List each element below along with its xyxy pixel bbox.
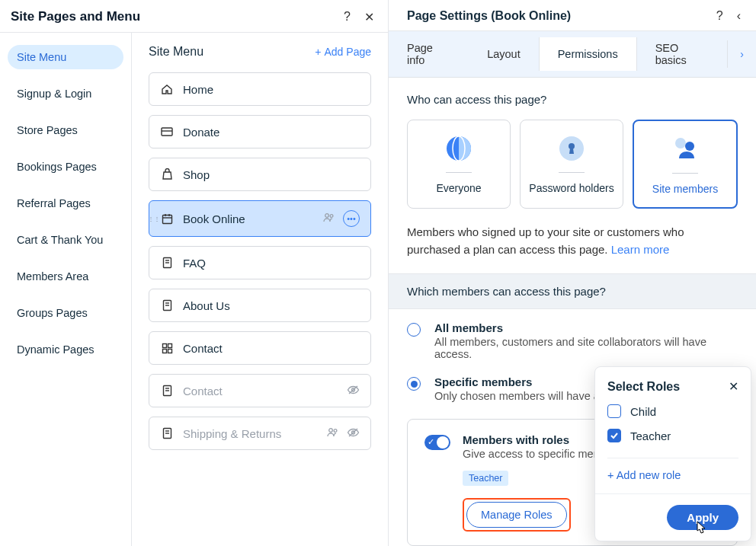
card-label: Site members (652, 183, 718, 195)
svg-point-33 (569, 143, 575, 149)
sidebar-item-dynamic-pages[interactable]: Dynamic Pages (8, 337, 123, 362)
page-item-about-us[interactable]: ⋮⋮About Us (149, 289, 371, 322)
site-pages-panel: Site Pages and Menu ? ✕ Site MenuSignup … (0, 0, 389, 546)
help-icon[interactable]: ? (344, 10, 351, 24)
members-description: Members who signed up to your site or cu… (407, 224, 738, 258)
which-members-label: Which members can access this page? (389, 273, 756, 309)
add-page-button[interactable]: + Add Page (315, 46, 371, 58)
hidden-icon (347, 427, 360, 440)
sidebar-item-signup-login[interactable]: Signup & Login (8, 81, 123, 106)
select-roles-popover: Select Roles ✕ ChildTeacher + Add new ro… (594, 366, 751, 541)
svg-rect-15 (168, 343, 171, 347)
apply-button[interactable]: Apply (667, 505, 738, 530)
svg-point-34 (675, 138, 686, 148)
checkbox-icon (607, 429, 621, 442)
sidebar-item-store-pages[interactable]: Store Pages (8, 118, 123, 142)
radio-desc: All members, customers and site collabor… (434, 336, 738, 360)
who-access-label: Who can access this page? (407, 93, 738, 106)
radio-all-members[interactable]: All members All members, customers and s… (389, 309, 756, 363)
page-actions-button[interactable]: ••• (343, 210, 360, 227)
sidebar-item-members-area[interactable]: Members Area (8, 264, 123, 289)
sidebar-item-groups-pages[interactable]: Groups Pages (8, 301, 123, 325)
access-option-cards: EveryonePassword holdersSite members (407, 120, 738, 209)
svg-rect-2 (162, 215, 171, 223)
sidebar-item-referral-pages[interactable]: Referral Pages (8, 191, 123, 216)
page-item-label: Book Online (183, 212, 245, 225)
help-icon[interactable]: ? (716, 9, 723, 23)
doc-icon (160, 384, 174, 398)
page-item-book-online[interactable]: ⋮⋮Book Online••• (149, 200, 371, 237)
settings-tabs: Page infoLayoutPermissionsSEO basics› (389, 31, 756, 78)
plus-icon: + (315, 46, 321, 58)
check-icon: ✓ (428, 437, 434, 447)
role-chip: Teacher (463, 471, 508, 486)
tab-seo-basics[interactable]: SEO basics (637, 31, 728, 77)
page-item-shop[interactable]: ⋮⋮Shop (149, 158, 371, 191)
close-icon[interactable]: ✕ (729, 379, 738, 394)
sidebar-item-cart-thank-you[interactable]: Cart & Thank You (8, 228, 123, 252)
add-new-role-button[interactable]: + Add new role (595, 458, 751, 493)
tab-page-info[interactable]: Page info (389, 31, 469, 77)
pages-column: Site Menu + Add Page ⋮⋮Home⋮⋮Donate⋮⋮Sho… (132, 33, 388, 546)
calendar-icon (160, 212, 174, 225)
svg-point-6 (325, 213, 329, 217)
svg-rect-0 (162, 128, 172, 136)
access-card-password[interactable]: Password holders (520, 120, 623, 209)
doc-icon (160, 299, 174, 312)
sidebar-item-bookings-pages[interactable]: Bookings Pages (8, 155, 123, 179)
roles-toggle[interactable]: ✓ (424, 435, 450, 450)
page-item-donate[interactable]: ⋮⋮Donate (149, 115, 371, 148)
globe-icon (442, 134, 476, 163)
home-icon (160, 82, 174, 96)
page-item-shipping-returns[interactable]: ⋮⋮Shipping & Returns (149, 417, 371, 450)
tab-layout[interactable]: Layout (469, 37, 539, 71)
svg-point-26 (329, 428, 333, 432)
radio-icon (407, 377, 421, 391)
page-item-faq[interactable]: ⋮⋮FAQ (149, 246, 371, 279)
radio-icon (407, 323, 421, 337)
radio-title: All members (434, 321, 738, 334)
page-item-label: About Us (183, 299, 230, 312)
left-panel-header: Site Pages and Menu ? ✕ (0, 0, 388, 33)
page-item-label: Donate (183, 126, 219, 139)
page-item-label: Shop (183, 168, 210, 181)
doc-icon (160, 426, 174, 440)
page-categories-sidebar: Site MenuSignup & LoginStore PagesBookin… (0, 33, 132, 546)
close-icon[interactable]: ✕ (364, 10, 374, 24)
page-settings-panel: Page Settings (Book Online) ? ‹ Page inf… (389, 0, 756, 546)
page-item-label: FAQ (183, 257, 206, 270)
role-option-child[interactable]: Child (607, 404, 738, 418)
drag-handle-icon[interactable]: ⋮⋮ (148, 216, 160, 222)
svg-point-35 (685, 142, 694, 151)
tab-permissions[interactable]: Permissions (539, 37, 637, 71)
role-label: Teacher (630, 429, 671, 442)
members-icon (668, 135, 702, 164)
divider (559, 172, 585, 173)
popover-title: Select Roles (607, 380, 680, 394)
pages-column-heading: Site Menu (149, 45, 203, 59)
tabs-more-icon[interactable]: › (727, 40, 756, 68)
learn-more-link[interactable]: Learn more (611, 243, 670, 256)
svg-rect-17 (168, 349, 171, 353)
add-page-label: Add Page (325, 46, 372, 58)
manage-roles-highlight: Manage Roles (463, 498, 571, 532)
page-item-home[interactable]: ⋮⋮Home (149, 72, 371, 106)
back-icon[interactable]: ‹ (737, 9, 741, 23)
members-icon (322, 212, 335, 225)
page-item-contact[interactable]: ⋮⋮Contact (149, 331, 371, 365)
grid-icon (160, 341, 174, 355)
role-option-teacher[interactable]: Teacher (607, 429, 738, 442)
page-list: ⋮⋮Home⋮⋮Donate⋮⋮Shop⋮⋮Book Online•••⋮⋮FA… (149, 72, 371, 450)
bag-icon (160, 168, 174, 181)
svg-rect-14 (162, 343, 166, 347)
sidebar-item-site-menu[interactable]: Site Menu (8, 45, 123, 69)
manage-roles-button[interactable]: Manage Roles (466, 502, 567, 528)
page-item-label: Contact (183, 342, 223, 355)
right-panel-title: Page Settings (Book Online) (407, 9, 571, 23)
access-card-members[interactable]: Site members (633, 120, 738, 209)
page-item-contact[interactable]: ⋮⋮Contact (149, 374, 371, 407)
access-card-everyone[interactable]: Everyone (407, 120, 511, 209)
svg-point-7 (330, 214, 333, 217)
card-icon (160, 125, 174, 139)
hidden-icon (347, 385, 360, 398)
